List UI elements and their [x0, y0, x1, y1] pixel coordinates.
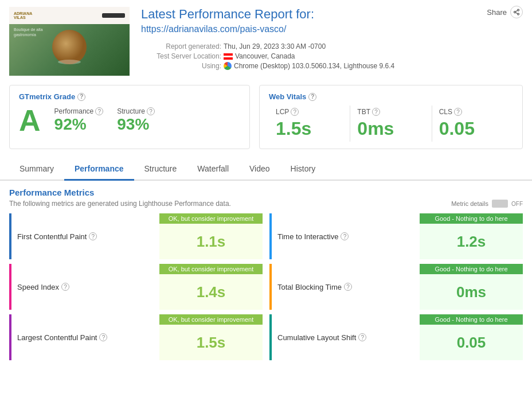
metrics-title: Performance Metrics: [9, 188, 523, 197]
tab-history[interactable]: History: [280, 158, 326, 181]
metrics-right-col: Time to Interactive ? Good - Nothing to …: [269, 213, 523, 360]
performance-value: 92%: [54, 115, 104, 134]
tbt-vital: TBT ? 0ms: [350, 106, 432, 142]
si-metric-row: Speed Index ? OK, but consider improveme…: [9, 264, 263, 310]
report-meta: Report generated: Thu, Jun 29, 2023 3:30…: [141, 42, 523, 70]
lcp-vital: LCP ? 1.5s: [269, 106, 350, 142]
thumb-nav-button: [102, 13, 125, 18]
share-label: Share: [487, 8, 507, 17]
canada-flag-icon: [224, 53, 233, 60]
web-vitals-help-icon[interactable]: ?: [308, 93, 316, 101]
tti-label: Time to Interactive: [277, 232, 338, 241]
lcp-label-area: Largest Contentful Paint ?: [11, 314, 159, 360]
performance-label: Performance ?: [54, 107, 104, 115]
structure-metric: Structure ? 93%: [117, 107, 155, 134]
grades-section: GTmetrix Grade ? A Performance ? 92% Str…: [0, 80, 532, 154]
web-vitals-content: LCP ? 1.5s TBT ? 0ms CLS ? 0.05: [269, 106, 513, 142]
metrics-subtitle: The following metrics are generated usin…: [9, 200, 231, 208]
fcp-value: 1.1s: [159, 224, 263, 259]
si-help-icon[interactable]: ?: [61, 283, 69, 291]
structure-label: Structure ?: [117, 107, 155, 115]
fcp-status: OK, but consider improvement: [159, 213, 263, 224]
tbt-help-icon[interactable]: ?: [344, 283, 352, 291]
website-thumbnail: ADRIANAVILAS Boutique de altagastronomía: [9, 7, 130, 76]
cls-value-area: Good - Nothing to do here 0.05: [420, 314, 523, 360]
lcp-metric-row: Largest Contentful Paint ? OK, but consi…: [9, 314, 263, 360]
lcp-value-area: OK, but consider improvement 1.5s: [159, 314, 263, 360]
cls-label: Cumulative Layout Shift: [277, 333, 356, 342]
fcp-label-area: First Contentful Paint ?: [11, 213, 159, 259]
report-url[interactable]: https://adrianavilas.com/pais-vasco/: [141, 24, 523, 34]
tti-help-icon[interactable]: ?: [341, 232, 349, 240]
svg-line-3: [515, 13, 517, 14]
lcp-status: OK, but consider improvement: [159, 314, 263, 325]
si-label-area: Speed Index ?: [11, 264, 159, 310]
thumb-logo: ADRIANAVILAS: [14, 11, 32, 20]
svg-point-1: [514, 11, 516, 13]
cls-value: 0.05: [420, 325, 523, 360]
tabs-nav: Summary Performance Structure Waterfall …: [0, 158, 532, 181]
thumb-hero-text: Boutique de altagastronomía: [14, 27, 43, 37]
lcp-help-icon[interactable]: ?: [291, 108, 299, 116]
gtmetrix-grade-box: GTmetrix Grade ? A Performance ? 92% Str…: [9, 85, 250, 149]
cls-help-icon[interactable]: ?: [454, 108, 462, 116]
share-icon: [510, 6, 523, 18]
toggle-switch[interactable]: [492, 200, 508, 208]
si-value-area: OK, but consider improvement 1.4s: [159, 264, 263, 310]
web-vitals-box: Web Vitals ? LCP ? 1.5s TBT ? 0ms CLS: [259, 85, 523, 149]
header: ADRIANAVILAS Boutique de altagastronomía…: [0, 0, 532, 80]
tbt-label: TBT ?: [357, 108, 424, 116]
cls-value: 0.05: [439, 118, 506, 139]
svg-point-0: [518, 9, 519, 11]
server-value: Vancouver, Canada: [235, 52, 295, 60]
lcp-value: 1.5s: [276, 118, 343, 139]
thumb-plate: [58, 60, 81, 64]
header-info: Latest Performance Report for: https://a…: [130, 7, 523, 76]
tbt-value: 0ms: [357, 118, 424, 139]
metric-details-toggle: Metric details OFF: [451, 200, 523, 208]
gtmetrix-grade-content: A Performance ? 92% Structure ? 93%: [19, 106, 240, 135]
tti-value-area: Good - Nothing to do here 1.2s: [420, 213, 523, 259]
tab-structure[interactable]: Structure: [134, 158, 187, 181]
fcp-label: First Contentful Paint: [17, 232, 87, 241]
fcp-value-area: OK, but consider improvement 1.1s: [159, 213, 263, 259]
performance-help-icon[interactable]: ?: [95, 107, 103, 115]
grade-metrics: Performance ? 92% Structure ? 93%: [54, 107, 155, 134]
metrics-grid: First Contentful Paint ? OK, but conside…: [9, 213, 523, 360]
tbt-label: Total Blocking Time: [277, 283, 342, 291]
tbt-help-icon[interactable]: ?: [372, 108, 380, 116]
tti-metric-row: Time to Interactive ? Good - Nothing to …: [269, 213, 523, 259]
tab-performance[interactable]: Performance: [64, 158, 134, 181]
tab-summary[interactable]: Summary: [9, 158, 64, 181]
thumb-hero-area: Boutique de altagastronomía: [9, 24, 130, 76]
gtmetrix-help-icon[interactable]: ?: [77, 93, 85, 101]
structure-value: 93%: [117, 115, 155, 134]
cls-help-icon[interactable]: ?: [358, 333, 366, 341]
lcp-value: 1.5s: [159, 325, 263, 360]
metric-details-label: Metric details: [451, 200, 488, 207]
tab-waterfall[interactable]: Waterfall: [187, 158, 239, 181]
si-label: Speed Index: [17, 283, 59, 291]
report-title: Latest Performance Report for:: [141, 7, 523, 22]
generated-label: Report generated:: [141, 42, 221, 50]
web-vitals-label: Web Vitals ?: [269, 92, 513, 101]
fcp-metric-row: First Contentful Paint ? OK, but conside…: [9, 213, 263, 259]
tbt-value: 0ms: [420, 274, 523, 310]
share-button[interactable]: Share: [487, 6, 523, 18]
tbt-status: Good - Nothing to do here: [420, 264, 523, 274]
tbt-value-area: Good - Nothing to do here 0ms: [420, 264, 523, 310]
server-label: Test Server Location:: [141, 52, 221, 60]
thumb-food-image: [52, 30, 87, 64]
tab-video[interactable]: Video: [239, 158, 280, 181]
si-value: 1.4s: [159, 274, 263, 310]
structure-help-icon[interactable]: ?: [147, 107, 155, 115]
tti-label-area: Time to Interactive ?: [272, 213, 420, 259]
using-value: Chrome (Desktop) 103.0.5060.134, Lightho…: [234, 62, 394, 70]
lcp-label: Largest Contentful Paint: [17, 333, 97, 342]
metrics-section: Performance Metrics The following metric…: [0, 181, 532, 367]
toggle-off-label: OFF: [511, 201, 523, 207]
svg-point-2: [518, 13, 519, 15]
fcp-help-icon[interactable]: ?: [89, 232, 97, 240]
lcp-help-icon[interactable]: ?: [99, 333, 107, 341]
grade-letter: A: [19, 106, 41, 135]
